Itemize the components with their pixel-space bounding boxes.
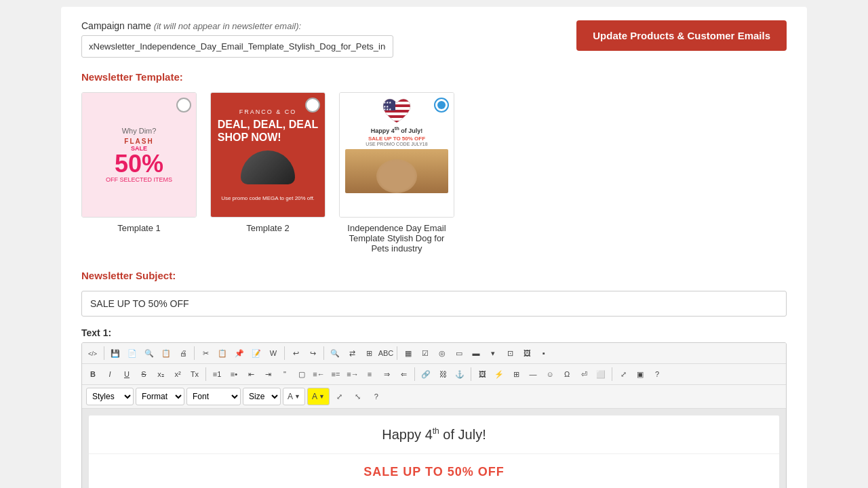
paste-text-button[interactable]: 📝 — [248, 345, 264, 361]
tmpl2-deal: DEAL, DEAL, DEALSHOP NOW! — [218, 118, 318, 144]
blockquote-button[interactable]: " — [277, 366, 293, 382]
numbered-list-button[interactable]: ≡1 — [209, 366, 225, 382]
editor-body[interactable]: Happy 4th of July! SALE UP TO 50% OFF US… — [89, 415, 779, 488]
justify-block-button[interactable]: ≡ — [361, 366, 378, 382]
source-button[interactable]: </> — [85, 345, 101, 361]
textfield-button[interactable]: ▭ — [451, 345, 467, 361]
special-char-button[interactable]: Ω — [559, 366, 575, 382]
pagebreak-button[interactable]: ⏎ — [576, 366, 592, 382]
campaign-label-note: (it will not appear in newsletter email)… — [154, 21, 301, 31]
smiley-button[interactable]: ☺ — [542, 366, 558, 382]
hidden-field-button[interactable]: ▪ — [536, 345, 552, 361]
size-select[interactable]: Size — [243, 388, 281, 405]
bg-color-icon: ▼ — [319, 393, 325, 400]
form-button[interactable]: ▦ — [400, 345, 416, 361]
save-button[interactable]: 💾 — [107, 345, 123, 361]
email-sale-text: SALE UP TO 50% OFF — [100, 465, 768, 479]
editor-content-area: Happy 4th of July! SALE UP TO 50% OFF US… — [82, 409, 786, 488]
template-2-radio — [305, 98, 320, 113]
textarea-button[interactable]: ▬ — [468, 345, 484, 361]
strike-button[interactable]: S — [136, 366, 152, 382]
template-1-radio — [176, 98, 191, 113]
anchor-button[interactable]: ⚓ — [452, 366, 468, 382]
newsletter-subject-section: Newsletter Subject: — [81, 270, 787, 317]
table-button[interactable]: ⊞ — [508, 366, 524, 382]
cut-button[interactable]: ✂ — [197, 345, 214, 361]
bold-button[interactable]: B — [85, 366, 101, 382]
email-sale-section: SALE UP TO 50% OFF — [89, 454, 779, 488]
main-container: Campaign name (it will not appear in new… — [61, 7, 807, 488]
bg-color-label: A — [312, 392, 317, 401]
preview-button[interactable]: 🔍 — [141, 345, 157, 361]
underline-button[interactable]: U — [119, 366, 135, 382]
indent-button[interactable]: ⇥ — [260, 366, 276, 382]
bg-color-button[interactable]: A ▼ — [307, 388, 330, 405]
svg-text:★★★: ★★★ — [383, 107, 392, 111]
image-button[interactable]: 🖼 — [474, 366, 490, 382]
template-2-item[interactable]: FRANCO & CO DEAL, DEAL, DEALSHOP NOW! Us… — [210, 92, 326, 233]
undo-button[interactable]: ↩ — [288, 345, 304, 361]
about-button[interactable]: ? — [649, 366, 665, 382]
tmpl3-promo-code: USE PROMO CODE JULY18 — [366, 142, 427, 146]
subscript-button[interactable]: x₂ — [153, 366, 169, 382]
replace-button[interactable]: ⇄ — [344, 345, 360, 361]
toolbar-sep6 — [205, 367, 206, 381]
iframe-button[interactable]: ⬜ — [593, 366, 609, 382]
checkbox-button[interactable]: ☑ — [417, 345, 433, 361]
justify-center-button[interactable]: ≡= — [328, 366, 344, 382]
hr-button[interactable]: — — [525, 366, 541, 382]
imagebutton-button[interactable]: 🖼 — [519, 345, 535, 361]
selectall-button[interactable]: ⊞ — [361, 345, 377, 361]
unlink-button[interactable]: ⛓ — [435, 366, 451, 382]
template-3-name: Independence Day Email Template Stylish … — [339, 223, 454, 253]
find-button[interactable]: 🔍 — [327, 345, 343, 361]
button-element[interactable]: ⊡ — [502, 345, 518, 361]
help-button[interactable]: ? — [368, 388, 384, 405]
toolbar-sep9 — [612, 367, 612, 381]
collapse-button[interactable]: ⤡ — [350, 388, 366, 405]
outdent-button[interactable]: ⇤ — [243, 366, 259, 382]
template-3-radio — [434, 98, 449, 113]
campaign-name-section: Campaign name (it will not appear in new… — [81, 20, 576, 58]
template-2-wrapper: FRANCO & CO DEAL, DEAL, DEALSHOP NOW! Us… — [210, 92, 326, 218]
bidi-ltr-button[interactable]: ⇒ — [378, 366, 395, 382]
link-button[interactable]: 🔗 — [418, 366, 434, 382]
redo-button[interactable]: ↪ — [304, 345, 321, 361]
format-select[interactable]: Format — [136, 388, 184, 405]
newsletter-subject-input[interactable] — [81, 291, 787, 317]
template-3-item[interactable]: ★★★ ★★ ★★★ Happy 4th of July! SALE UP TO… — [339, 92, 454, 253]
creatediv-button[interactable]: ▢ — [294, 366, 310, 382]
justify-right-button[interactable]: ≡→ — [344, 366, 361, 382]
showblocks-button[interactable]: ▣ — [632, 366, 648, 382]
radio-button[interactable]: ◎ — [434, 345, 450, 361]
font-color-label: A — [288, 392, 293, 401]
expand-button[interactable]: ⤢ — [332, 388, 348, 405]
removeformat-button[interactable]: Tx — [186, 366, 203, 382]
spellcheck-button[interactable]: ABC — [378, 345, 394, 361]
campaign-name-input[interactable] — [81, 35, 393, 58]
copy-button[interactable]: 📋 — [214, 345, 231, 361]
maximize-button[interactable]: ⤢ — [615, 366, 631, 382]
bidi-rtl-button[interactable]: ⇐ — [395, 366, 412, 382]
templates-button[interactable]: 📋 — [158, 345, 174, 361]
styles-select[interactable]: Styles — [86, 388, 134, 405]
flash-button[interactable]: ⚡ — [491, 366, 507, 382]
bullet-list-button[interactable]: ≡• — [226, 366, 242, 382]
select-button[interactable]: ▾ — [485, 345, 501, 361]
template-1-item[interactable]: Why Dim? FLASH SALE 50% OFF SELECTED ITE… — [81, 92, 197, 233]
superscript-button[interactable]: x² — [170, 366, 186, 382]
tmpl2-shoe-img — [241, 150, 295, 184]
font-select[interactable]: Font — [186, 388, 241, 405]
print-button[interactable]: 🖨 — [175, 345, 191, 361]
tmpl1-why: Why Dim? — [122, 127, 157, 135]
toolbar-sep2 — [194, 346, 195, 360]
campaign-name-row: Campaign name (it will not appear in new… — [81, 20, 787, 58]
font-color-button[interactable]: A ▼ — [283, 388, 305, 405]
paste-word-button[interactable]: W — [265, 345, 281, 361]
italic-button[interactable]: I — [102, 366, 118, 382]
templates-row: Why Dim? FLASH SALE 50% OFF SELECTED ITE… — [81, 92, 787, 253]
justify-left-button[interactable]: ≡← — [311, 366, 327, 382]
newdoc-button[interactable]: 📄 — [124, 345, 140, 361]
paste-button[interactable]: 📌 — [231, 345, 248, 361]
update-products-button[interactable]: Update Products & Customer Emails — [576, 20, 787, 51]
